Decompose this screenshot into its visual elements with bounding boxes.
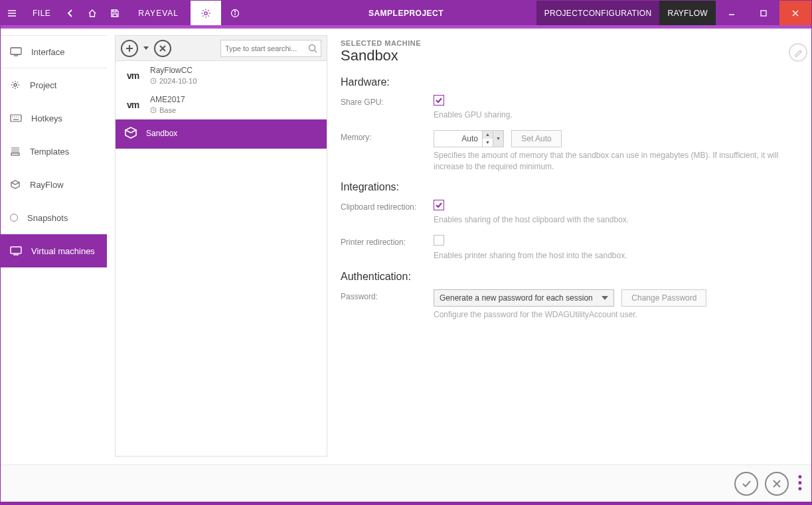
item-sub: 2024-10-10 [159,76,197,86]
spin-dropdown[interactable]: ▼ [493,131,503,147]
cancel-button[interactable] [765,472,789,496]
svg-point-28 [309,44,315,50]
label-printer: Printer redirection: [341,235,434,247]
app-brand: RAYEVAL [126,1,191,25]
label-share-gpu: Share GPU: [341,95,434,107]
item-sub: Base [159,106,176,115]
machine-list-toolbar [116,36,327,61]
svg-marker-32 [602,296,608,300]
spin-down[interactable]: ▼ [483,139,493,147]
sandbox-icon [123,125,138,143]
sidebar-label: Interface [31,47,65,57]
vm-icon: vm [123,100,142,110]
detail-title: Sandbox [341,47,795,64]
label-password: Password: [341,289,434,301]
tab-project-config[interactable]: PROJECTCONFIGURATION [536,1,660,25]
svg-point-13 [14,84,17,86]
sidebar-item-virtual-machines[interactable]: Virtual machines [1,234,107,267]
sidebar-item-templates[interactable]: Templates [1,135,107,168]
add-dropdown[interactable] [142,46,150,50]
memory-spinner[interactable]: Auto ▲▼ ▼ [434,130,504,147]
set-auto-button[interactable]: Set Auto [511,130,561,147]
sidebar-label: Templates [30,147,69,157]
detail-panel: SELECTED MACHINE Sandbox Hardware: Share… [335,35,811,465]
search-input[interactable] [221,44,321,52]
section-auth: Authentication: [341,271,795,283]
svg-rect-8 [761,11,766,16]
machine-list-panel: vm RayFlowCC 2024-10-10 vm AME2017 Base [115,35,327,457]
section-integrations: Integrations: [341,181,795,193]
sidebar-label: Virtual machines [31,246,95,256]
label-clipboard: Clipboard redirection: [341,200,434,212]
svg-line-29 [315,50,317,52]
sidebar-item-hotkeys[interactable]: Hotkeys [1,102,107,135]
sidebar-item-snapshots[interactable]: Snapshots [1,201,107,234]
file-menu[interactable]: FILE [23,1,60,25]
vm-icon: vm [123,70,142,81]
item-name: RayFlowCC [150,66,197,76]
svg-rect-14 [11,115,21,121]
select-value: Generate a new password for each session [440,293,593,303]
sidebar-label: Snapshots [27,213,68,223]
sidebar-label: RayFlow [30,180,64,190]
item-name: Sandbox [146,129,177,139]
project-title: SAMPLEPROJECT [368,1,444,25]
tab-rayflow[interactable]: RAYFLOW [659,1,716,25]
spin-up[interactable]: ▲ [483,131,493,139]
add-button[interactable] [121,40,138,57]
memory-value: Auto [434,131,482,147]
minimize-button[interactable] [716,1,748,25]
password-select[interactable]: Generate a new password for each session [434,289,614,307]
sidebar-item-project[interactable]: Project [1,68,107,102]
search-icon [307,43,318,56]
checkbox-printer[interactable] [434,235,444,246]
sidebar-item-interface[interactable]: Interface [1,35,107,68]
menu-icon[interactable] [1,1,23,25]
hint-password: Configure the password for the WDAGUtili… [434,309,792,321]
info-button[interactable] [221,1,249,25]
hint-printer: Enables printer sharing from the host in… [434,250,792,261]
hint-share-gpu: Enables GPU sharing. [434,109,792,121]
save-button[interactable] [104,1,126,25]
ok-button[interactable] [734,472,758,496]
titlebar: FILE RAYEVAL SAMPLEPROJECT PROJECTCONFIG… [1,1,811,25]
settings-sidebar: Interface Project Hotkeys Templates RayF… [1,35,107,465]
bottom-accent [1,502,811,504]
list-item[interactable]: vm AME2017 Base [116,90,327,119]
svg-rect-20 [11,153,19,155]
label-memory: Memory: [341,130,434,142]
delete-button[interactable] [154,40,171,57]
search-box[interactable] [220,40,321,57]
home-button[interactable] [81,1,104,25]
svg-marker-25 [143,46,149,50]
svg-point-3 [204,11,207,14]
sidebar-label: Hotkeys [31,113,62,123]
change-password-button[interactable]: Change Password [621,289,706,307]
footer: ••• [1,465,811,502]
section-hardware: Hardware: [341,76,795,88]
hint-clipboard: Enables sharing of the host clipboard wi… [434,214,792,226]
circle-icon [10,214,18,222]
edit-button[interactable] [789,43,807,62]
close-button[interactable] [779,1,811,25]
hint-memory: Specifies the amount of memory that the … [434,150,792,173]
svg-rect-11 [11,48,21,54]
list-item-selected[interactable]: Sandbox [116,119,327,149]
sidebar-item-rayflow[interactable]: RayFlow [1,168,107,201]
svg-point-6 [234,11,235,11]
svg-rect-21 [11,247,21,253]
back-button[interactable] [60,1,81,25]
item-name: AME2017 [150,95,185,106]
detail-eyebrow: SELECTED MACHINE [341,39,795,47]
sidebar-label: Project [30,80,56,90]
maximize-button[interactable] [748,1,779,25]
more-icon[interactable]: ••• [795,475,802,492]
checkbox-clipboard[interactable] [434,200,444,210]
checkbox-share-gpu[interactable] [434,95,444,106]
list-item[interactable]: vm RayFlowCC 2024-10-10 [116,61,327,90]
settings-tab[interactable] [191,1,221,25]
